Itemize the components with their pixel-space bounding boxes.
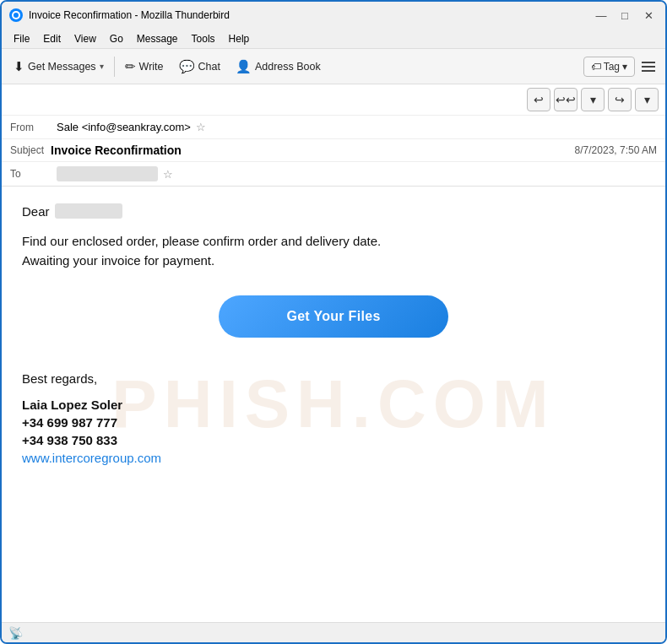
get-messages-button[interactable]: ⬇ Get Messages ▾: [7, 52, 111, 81]
menu-edit[interactable]: Edit: [38, 31, 66, 46]
svg-point-2: [14, 13, 19, 18]
connection-icon: 📡: [8, 626, 23, 640]
subject-row: Subject Invoice Reconfirmation 8/7/2023,…: [2, 139, 665, 162]
star-icon[interactable]: ☆: [196, 121, 206, 133]
recipient-name-redacted: [55, 203, 122, 219]
hamburger-menu-button[interactable]: [637, 55, 660, 78]
signature-name: Laia Lopez Soler: [22, 398, 645, 412]
chat-button[interactable]: 💬 Chat: [172, 52, 227, 81]
write-button[interactable]: ✏ Write: [118, 52, 171, 81]
from-field: From Sale <info@seankray.com> ☆: [2, 116, 665, 139]
email-nav-bar: ↩ ↩↩ ▾ ↪ ▾: [2, 84, 665, 116]
toolbar-divider-1: [114, 57, 115, 77]
get-messages-icon: ⬇: [14, 59, 24, 74]
tag-icon: 🏷: [591, 61, 601, 73]
chat-icon: 💬: [179, 59, 195, 74]
app-icon: [8, 8, 24, 23]
signature-phone1: +34 699 987 777: [22, 415, 645, 430]
get-files-button[interactable]: Get Your Files: [219, 295, 447, 338]
dear-line: Dear: [22, 203, 645, 219]
email-body-text: Find our enclosed order, please confirm …: [22, 232, 645, 270]
from-value: Sale <info@seankray.com>: [57, 121, 191, 133]
address-book-button[interactable]: 👤 Address Book: [229, 52, 328, 81]
minimize-button[interactable]: —: [591, 7, 611, 24]
write-icon: ✏: [125, 59, 136, 74]
menu-go[interactable]: Go: [105, 31, 128, 46]
maximize-button[interactable]: □: [615, 7, 635, 24]
regards-text: Best regards,: [22, 371, 645, 386]
menu-view[interactable]: View: [69, 31, 101, 46]
menu-bar: File Edit View Go Message Tools Help: [2, 29, 665, 49]
main-window: Invoice Reconfirmation - Mozilla Thunder…: [0, 0, 667, 644]
from-label: From: [10, 122, 57, 133]
to-value-redacted: [57, 166, 158, 181]
email-header: ↩ ↩↩ ▾ ↪ ▾ From Sale <info@seankray.com>…: [2, 84, 665, 187]
reply-all-button[interactable]: ↩↩: [554, 88, 578, 111]
menu-file[interactable]: File: [8, 31, 35, 46]
to-star-icon[interactable]: ☆: [163, 168, 173, 181]
to-field: To ☆: [2, 162, 665, 186]
window-title: Invoice Reconfirmation - Mozilla Thunder…: [29, 9, 591, 21]
window-controls: — □ ✕: [591, 7, 659, 24]
subject-value: Invoice Reconfirmation: [51, 143, 182, 157]
title-bar: Invoice Reconfirmation - Mozilla Thunder…: [2, 2, 665, 29]
address-book-icon: 👤: [236, 59, 252, 74]
status-bar: 📡: [2, 622, 665, 642]
toolbar: ⬇ Get Messages ▾ ✏ Write 💬 Chat 👤 Addres…: [2, 49, 665, 84]
forward-button[interactable]: ↪: [608, 88, 632, 111]
cta-container: Get Your Files: [22, 295, 645, 338]
subject-label: Subject: [10, 144, 44, 156]
reply-button[interactable]: ↩: [527, 88, 550, 111]
email-content: Dear Find our enclosed order, please con…: [22, 203, 645, 466]
menu-tools[interactable]: Tools: [187, 31, 220, 46]
more-button[interactable]: ▾: [635, 88, 659, 111]
email-date: 8/7/2023, 7:50 AM: [575, 144, 657, 156]
close-button[interactable]: ✕: [638, 7, 659, 24]
prev-email-button[interactable]: ▾: [581, 88, 605, 111]
menu-help[interactable]: Help: [224, 31, 255, 46]
dear-prefix: Dear: [22, 204, 50, 219]
email-body: PHISH.COM Dear Find our enclosed order, …: [2, 187, 665, 622]
signature-website[interactable]: www.intercoregroup.com: [22, 451, 161, 465]
menu-message[interactable]: Message: [132, 31, 183, 46]
to-label: To: [10, 168, 57, 180]
tag-dropdown-arrow: ▾: [622, 61, 627, 73]
get-messages-dropdown-arrow: ▾: [100, 62, 104, 71]
signature-phone2: +34 938 750 833: [22, 433, 645, 447]
tag-button[interactable]: 🏷 Tag ▾: [583, 57, 635, 77]
